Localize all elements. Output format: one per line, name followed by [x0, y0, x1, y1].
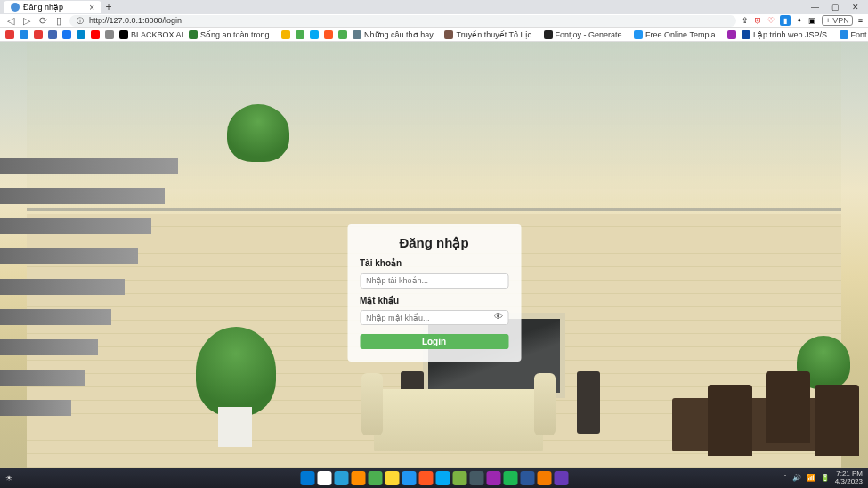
taskbar-app-icon[interactable] [351, 471, 365, 485]
bookmark-item[interactable] [324, 30, 333, 39]
password-label: Mật khẩu [360, 296, 508, 305]
taskbar-app-icon[interactable] [520, 471, 534, 485]
date-text: 4/3/2023 [835, 478, 863, 486]
taskbar-app-icon[interactable] [435, 471, 450, 485]
url-input[interactable]: ⓘ http://127.0.0.1:8000/login [69, 15, 736, 27]
bg-plant [227, 104, 289, 162]
bg-pot [218, 407, 252, 447]
bg-chair [766, 371, 810, 443]
extension-icon[interactable]: ▮ [780, 15, 791, 26]
forward-button[interactable]: ▷ [21, 15, 32, 26]
reload-button[interactable]: ⟳ [37, 15, 48, 26]
eye-icon[interactable]: 👁 [494, 312, 503, 321]
taskbar-app-icon[interactable] [300, 471, 314, 485]
tray-icon[interactable]: 🔋 [821, 474, 830, 482]
bookmark-item[interactable] [727, 30, 736, 39]
taskbar-app-icon[interactable] [334, 471, 348, 485]
bookmark-item[interactable]: Sống an toàn trong... [189, 30, 276, 39]
minimize-button[interactable]: — [811, 3, 819, 12]
bookmark-item[interactable] [281, 30, 290, 39]
tray-icon[interactable]: 📶 [807, 474, 815, 482]
password-input[interactable] [360, 310, 508, 325]
username-input[interactable] [360, 273, 508, 289]
bookmark-item[interactable] [91, 30, 100, 39]
taskbar-app-icon[interactable] [452, 471, 466, 485]
puzzle-icon[interactable]: ✦ [796, 16, 803, 25]
bookmark-item[interactable]: Font Awesome [840, 30, 869, 39]
weather-widget[interactable]: ☀ [5, 474, 12, 483]
tray-icon[interactable]: 🔊 [792, 474, 801, 482]
bg-stairs [0, 158, 196, 460]
bookmark-item[interactable] [20, 30, 28, 39]
bookmark-item[interactable]: Truyền thuyết Tô Lịc... [444, 30, 538, 39]
taskbar-app-icon[interactable] [503, 471, 517, 485]
taskbar-app-icon[interactable] [385, 471, 399, 485]
toolbar-right: ⇪ ⛨ ♡ ▮ ✦ ▣ + VPN ≡ [742, 15, 863, 26]
browser-chrome: Đăng nhập × + — ▢ ✕ ◁ ▷ ⟳ ▯ ⓘ http://127… [0, 0, 868, 42]
record-icon[interactable]: ▣ [808, 16, 816, 25]
heart-icon[interactable]: ♡ [767, 16, 775, 25]
username-label: Tài khoản [360, 258, 508, 268]
taskbar-app-icon[interactable] [368, 471, 382, 485]
bookmark-item[interactable]: BLACKBOX AI [119, 30, 183, 39]
bookmark-item[interactable] [77, 30, 85, 39]
bookmark-item[interactable] [296, 30, 304, 39]
url-text: http://127.0.0.1:8000/login [89, 16, 182, 25]
taskbar-app-icon[interactable] [469, 471, 483, 485]
bg-speaker [577, 371, 600, 434]
bookmark-item[interactable]: Lập trình web JSP/S... [742, 30, 834, 39]
bookmark-page-button[interactable]: ▯ [53, 15, 64, 26]
tray-chevron-icon[interactable]: ˄ [783, 474, 787, 482]
close-window-button[interactable]: ✕ [852, 3, 859, 12]
bookmark-item[interactable] [105, 30, 114, 39]
bookmarks-bar: BLACKBOX AI Sống an toàn trong... Những … [0, 28, 868, 42]
page-content: Đăng nhập Tài khoản Mật khẩu 👁 Login [0, 42, 868, 468]
bg-chair [708, 385, 752, 456]
weather-icon: ☀ [5, 474, 12, 483]
maximize-button[interactable]: ▢ [831, 3, 840, 12]
clock[interactable]: 7:21 PM 4/3/2023 [835, 470, 863, 486]
taskbar-app-icon[interactable] [418, 471, 433, 485]
back-button[interactable]: ◁ [5, 15, 16, 26]
bookmark-item[interactable] [62, 30, 71, 39]
apps-button[interactable] [5, 30, 14, 39]
taskbar-app-icon[interactable] [554, 471, 568, 485]
taskbar: ☀ ˄ 🔊 📶 🔋 7:21 PM 4/3/2023 [0, 468, 868, 488]
new-tab-button[interactable]: + [101, 0, 116, 14]
bookmark-item[interactable]: Những câu thơ hay... [353, 30, 439, 39]
site-info-icon[interactable]: ⓘ [77, 16, 84, 26]
login-card: Đăng nhập Tài khoản Mật khẩu 👁 Login [347, 224, 521, 362]
bg-sofa [374, 389, 543, 451]
shield-icon[interactable]: ⛨ [754, 16, 762, 25]
bookmark-item[interactable] [338, 30, 347, 39]
bg-chair [815, 385, 859, 456]
system-tray: ˄ 🔊 📶 🔋 7:21 PM 4/3/2023 [783, 470, 863, 486]
close-icon[interactable]: × [89, 3, 94, 12]
taskbar-app-icon[interactable] [402, 471, 416, 485]
bookmark-item[interactable] [48, 30, 57, 39]
taskbar-app-icon[interactable] [486, 471, 500, 485]
tab-bar: Đăng nhập × + — ▢ ✕ [0, 0, 868, 14]
window-controls: — ▢ ✕ [811, 3, 864, 12]
login-button[interactable]: Login [360, 334, 508, 349]
bookmark-item[interactable]: Fontjoy - Generate... [544, 30, 629, 39]
tab-favicon [11, 3, 20, 12]
bookmark-item[interactable] [310, 30, 319, 39]
address-bar: ◁ ▷ ⟳ ▯ ⓘ http://127.0.0.1:8000/login ⇪ … [0, 14, 868, 28]
bookmark-item[interactable] [34, 30, 43, 39]
vpn-button[interactable]: + VPN [822, 15, 852, 26]
tab-title: Đăng nhập [23, 3, 63, 12]
share-icon[interactable]: ⇪ [742, 16, 749, 25]
taskbar-app-icon[interactable] [317, 471, 331, 485]
login-title: Đăng nhập [360, 235, 508, 251]
taskbar-app-icon[interactable] [537, 471, 551, 485]
taskbar-apps [300, 471, 568, 485]
menu-icon[interactable]: ≡ [858, 16, 863, 25]
browser-tab[interactable]: Đăng nhập × [4, 1, 101, 13]
bg-plant [196, 327, 276, 416]
bookmark-item[interactable]: Free Online Templa... [634, 30, 722, 39]
